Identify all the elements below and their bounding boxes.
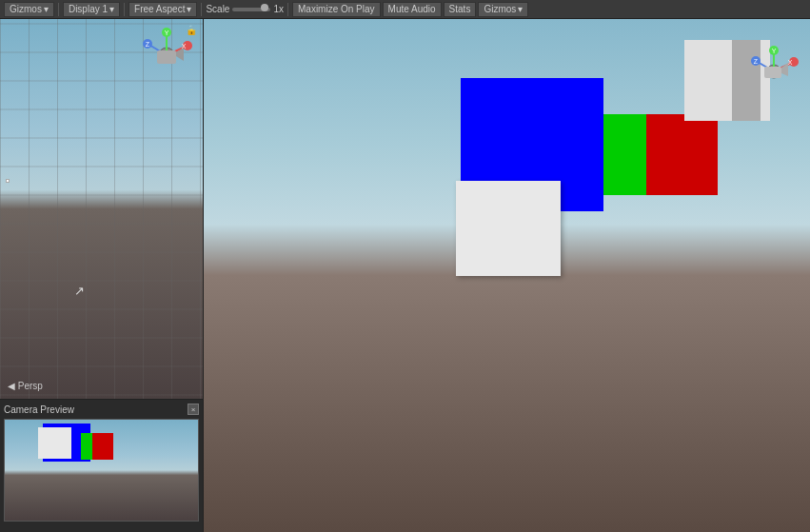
- display-selector[interactable]: Display 1 ▾: [63, 2, 120, 17]
- stats-label: Stats: [449, 4, 471, 14]
- main-viewport[interactable]: X Y Z: [204, 19, 810, 532]
- lock-icon: 🔒: [186, 25, 197, 35]
- main-layout: X Y Z 🔒 ↗: [0, 19, 810, 532]
- toolbar-separator-3: [201, 3, 202, 16]
- gizmo-compass: X Y Z: [138, 27, 195, 84]
- maximize-label: Maximize On Play: [298, 4, 375, 14]
- scale-slider-thumb[interactable]: [261, 4, 268, 11]
- gizmos-right-arrow: ▾: [518, 4, 523, 14]
- preview-white-cube: [38, 427, 71, 459]
- scene-cursor: ↗: [74, 284, 85, 298]
- svg-marker-23: [781, 63, 788, 76]
- close-icon: ×: [191, 405, 196, 414]
- display-arrow: ▾: [109, 4, 114, 14]
- scale-control: Scale 1x: [206, 4, 284, 14]
- gizmo-compass-svg: X Y Z: [138, 27, 195, 84]
- svg-text:X: X: [788, 59, 793, 66]
- svg-text:Y: Y: [772, 48, 777, 54]
- preview-red-cube: [92, 433, 113, 460]
- aspect-label: Free Aspect: [134, 4, 185, 14]
- red-cube: [646, 114, 718, 195]
- stats-button[interactable]: Stats: [444, 2, 477, 17]
- svg-rect-10: [157, 50, 176, 64]
- camera-preview-title-text: Camera Preview: [4, 404, 74, 415]
- camera-preview-screen: [4, 419, 199, 522]
- scale-label: Scale: [206, 4, 229, 14]
- white-cube-bottom: [456, 181, 561, 276]
- gizmos-left-arrow: ▾: [44, 4, 49, 14]
- scale-value: 1x: [273, 4, 284, 14]
- display-label: Display 1: [69, 4, 108, 14]
- toolbar: Gizmos ▾ Display 1 ▾ Free Aspect ▾ Scale…: [0, 0, 810, 19]
- viewport-gizmo-svg: X Y Z: [748, 46, 800, 98]
- left-panel: X Y Z 🔒 ↗: [0, 19, 204, 532]
- camera-preview-close-button[interactable]: ×: [188, 404, 199, 415]
- camera-preview-title: Camera Preview ×: [4, 404, 199, 415]
- gizmos-left-label: Gizmos: [10, 4, 42, 14]
- aspect-arrow: ▾: [187, 4, 191, 14]
- toolbar-separator-4: [287, 3, 288, 16]
- mute-label: Mute Audio: [388, 4, 436, 14]
- svg-text:Z: Z: [146, 41, 150, 48]
- mute-audio-button[interactable]: Mute Audio: [383, 2, 442, 17]
- gizmos-left-button[interactable]: Gizmos ▾: [4, 2, 54, 17]
- gizmos-right-label: Gizmos: [484, 4, 516, 14]
- toolbar-separator-1: [58, 3, 59, 16]
- green-cube: [603, 114, 651, 195]
- small-white-square: [6, 179, 10, 183]
- svg-rect-22: [764, 67, 781, 78]
- camera-preview: Camera Preview ×: [0, 399, 203, 532]
- svg-text:X: X: [182, 43, 187, 49]
- svg-text:Y: Y: [165, 30, 169, 36]
- scene-view-left[interactable]: X Y Z 🔒 ↗: [0, 19, 203, 399]
- svg-text:Z: Z: [754, 58, 759, 65]
- aspect-selector[interactable]: Free Aspect ▾: [128, 2, 197, 17]
- toolbar-separator-2: [124, 3, 125, 16]
- viewport-gizmo: X Y Z: [748, 46, 800, 98]
- persp-label: ◀ Persp: [8, 381, 43, 391]
- gizmos-right-button[interactable]: Gizmos ▾: [478, 2, 528, 17]
- maximize-on-play-button[interactable]: Maximize On Play: [292, 2, 381, 17]
